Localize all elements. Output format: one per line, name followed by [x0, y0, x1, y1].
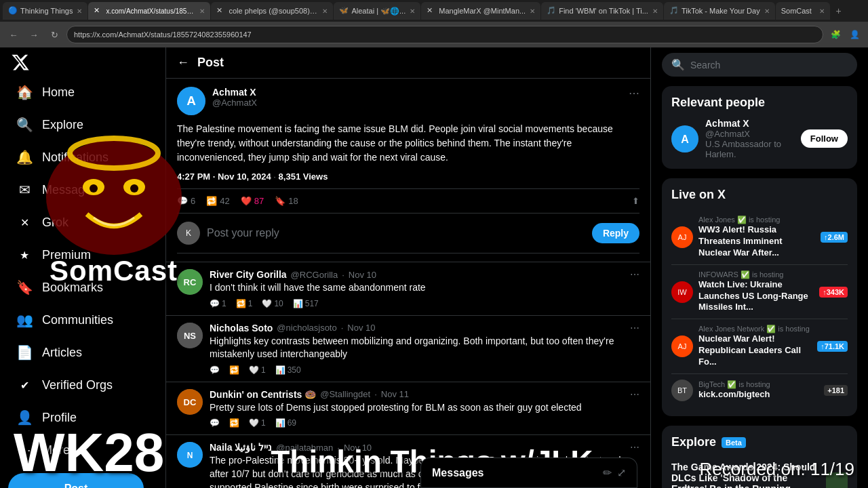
reply-icon: 💬	[177, 196, 188, 206]
reply-action[interactable]: 💬 6	[177, 196, 195, 206]
back-button[interactable]: ←	[5, 26, 22, 43]
tab-tiktok[interactable]: 🎵 TikTok - Make Your Day ✕	[664, 2, 775, 20]
ca-like-3[interactable]: 🤍1	[249, 418, 266, 428]
sidebar-item-bookmarks[interactable]: 🔖 Bookmarks	[8, 272, 157, 302]
messages-expand-icon[interactable]: ⤢	[617, 466, 626, 479]
sidebar-item-profile[interactable]: 👤 Profile	[8, 403, 157, 432]
comment-more-3[interactable]: ⋯	[630, 389, 639, 400]
tab-close-x[interactable]: ✕	[199, 7, 205, 15]
live-item-4[interactable]: BT BigTech ✅ is hosting kick.com/bigtech…	[671, 374, 848, 407]
comment-name-2[interactable]: Nicholas Soto	[210, 323, 273, 333]
back-arrow-button[interactable]: ←	[177, 56, 189, 70]
tab-cole[interactable]: ✕ cole phelps (@soup508) / XX ✕	[211, 2, 333, 20]
reply-input[interactable]: Post your reply	[207, 227, 585, 239]
live-item-3[interactable]: AJ Alex Jones Network ✅ is hosting Nucle…	[671, 319, 848, 374]
bookmark-action[interactable]: 🔖 18	[275, 196, 298, 206]
messages-title: Messages	[432, 467, 484, 479]
rp-name[interactable]: Achmat X	[705, 118, 794, 129]
svg-text:NS: NS	[184, 331, 196, 341]
refresh-button[interactable]: ↻	[46, 26, 62, 43]
beta-badge: Beta	[722, 437, 746, 448]
ca-like-1[interactable]: 🤍10	[262, 299, 283, 308]
comment-actions-1: 💬1 🔁1 🤍10 📊517	[210, 299, 639, 308]
sidebar-item-articles[interactable]: 📄 Articles	[8, 338, 157, 367]
grok-icon: ✕	[16, 214, 33, 230]
tab-close-somcast[interactable]: ✕	[819, 7, 825, 15]
comment-more-1[interactable]: ⋯	[630, 269, 639, 280]
ca-reply-2[interactable]: 💬	[210, 365, 220, 375]
like-action[interactable]: ❤️ 87	[241, 196, 264, 206]
search-box[interactable]: 🔍	[662, 53, 857, 77]
tab-somcast[interactable]: SomCast ✕	[776, 2, 830, 20]
tab-close-mangle[interactable]: ✕	[530, 7, 535, 15]
ca-reply-3[interactable]: 💬	[210, 418, 220, 428]
tab-thinking[interactable]: 🔵 Thinking Things ✕	[3, 2, 87, 20]
live-title-1: WW3 Alert! Russia Threatens Imminent Nuc…	[698, 224, 815, 259]
comment-name-3[interactable]: Dunkin' on Centrists 🍩	[210, 389, 316, 400]
tab-close-tiktok[interactable]: ✕	[764, 7, 770, 15]
comment-date-4: ·	[337, 443, 340, 453]
twitter-logo[interactable]	[8, 53, 33, 72]
svg-text:DC: DC	[184, 397, 197, 407]
repost-action[interactable]: 🔁 42	[206, 196, 229, 206]
premium-icon: ★	[16, 247, 33, 263]
post-more-button[interactable]: ⋯	[629, 87, 639, 100]
live-item-2[interactable]: IW INFOWARS ✅ is hosting Watch Live: Ukr…	[671, 265, 848, 320]
tab-title-thinking: Thinking Things	[20, 7, 73, 15]
sidebar-item-premium[interactable]: ★ Premium	[8, 240, 157, 270]
ca-repost-2[interactable]: 🔁	[229, 365, 239, 375]
sidebar-item-verified[interactable]: ✔ Verified Orgs	[8, 370, 157, 400]
reply-submit-button[interactable]: Reply	[592, 223, 639, 243]
ca-repost-1[interactable]: 🔁1	[236, 299, 253, 308]
tab-mangle[interactable]: ✕ MangleMarX @MintMan... ✕	[421, 2, 540, 20]
address-bar[interactable]: https://x.com/AchmatX/status/18557240823…	[66, 26, 823, 43]
sidebar-item-messages[interactable]: ✉ Messages	[8, 175, 157, 205]
share-action[interactable]: ⬆	[632, 196, 639, 206]
tab-x[interactable]: ✕ x.com/AchmatX/status/18557240823559601…	[88, 2, 210, 20]
comment-more-4[interactable]: ⋯	[630, 442, 639, 453]
tab-aleatai[interactable]: 🦋 Aleatai | 🦋🌐... ✕	[334, 2, 420, 20]
sidebar-item-grok[interactable]: ✕ Grok	[8, 207, 157, 237]
forward-button[interactable]: →	[26, 26, 42, 43]
tab-close-aleatai[interactable]: ✕	[410, 7, 415, 15]
live-item-1[interactable]: AJ Alex Jones ✅ is hosting WW3 Alert! Ru…	[671, 210, 848, 265]
relevant-people-card: Relevant people A Achmat X @AchmatX U.S …	[662, 86, 857, 169]
sidebar-item-notifications[interactable]: 🔔 Notifications	[8, 142, 157, 172]
explore-item-1[interactable]: The Game Awards 2024: Should DLCs Like '…	[671, 456, 848, 488]
tab-close-thinking[interactable]: ✕	[77, 7, 82, 15]
svg-text:N: N	[187, 451, 193, 460]
tab-find[interactable]: 🎵 Find 'WBM' on TikTok | Ti... ✕	[541, 2, 663, 20]
explore-title: Explore	[671, 435, 716, 449]
live-host-2: INFOWARS ✅ is hosting	[698, 270, 814, 279]
profile-icon[interactable]: 👤	[846, 26, 863, 43]
tab-close-find[interactable]: ✕	[652, 7, 658, 15]
comment-content-1: River City Gorilla @RCGorilla · Nov 10 ⋯…	[210, 269, 639, 308]
comment-header-3: Dunkin' on Centrists 🍩 @Stallingdet · No…	[210, 389, 639, 400]
search-input[interactable]	[690, 60, 848, 70]
tab-close-cole[interactable]: ✕	[322, 7, 328, 15]
sidebar-item-explore[interactable]: 🔍 Explore	[8, 110, 157, 140]
explore-header: Explore Beta	[671, 435, 848, 449]
sidebar-label-messages: Messages	[42, 183, 98, 197]
post-button[interactable]: Post	[8, 473, 144, 488]
ca-like-2[interactable]: 🤍1	[249, 365, 266, 375]
repost-icon: 🔁	[206, 196, 217, 206]
ca-reply-1[interactable]: 💬1	[210, 299, 226, 308]
messages-compose-icon[interactable]: ✏	[603, 466, 612, 479]
live-info-4: BigTech ✅ is hosting kick.com/bigtech	[698, 380, 818, 401]
comment-date-val-4: Nov 10	[344, 443, 372, 453]
follow-button[interactable]: Follow	[801, 129, 848, 148]
extensions-icon[interactable]: 🧩	[827, 26, 844, 43]
live-avatar-3: AJ	[671, 336, 693, 357]
ca-repost-3[interactable]: 🔁	[229, 418, 239, 428]
comment-name-4[interactable]: Naila נייל ناۋئيلا	[210, 442, 272, 453]
sidebar-item-communities[interactable]: 👥 Communities	[8, 305, 157, 335]
sidebar-item-home[interactable]: 🏠 Home	[8, 77, 157, 107]
sidebar-item-more[interactable]: ⋯ More	[8, 435, 157, 465]
rp-handle: @AchmatX	[705, 129, 794, 139]
new-tab-button[interactable]: +	[831, 3, 847, 19]
author-name[interactable]: Achmat X	[212, 87, 622, 98]
comment-more-2[interactable]: ⋯	[630, 323, 639, 333]
comment-name-1[interactable]: River City Gorilla	[210, 269, 287, 280]
sidebar-label-bookmarks: Bookmarks	[42, 281, 103, 295]
